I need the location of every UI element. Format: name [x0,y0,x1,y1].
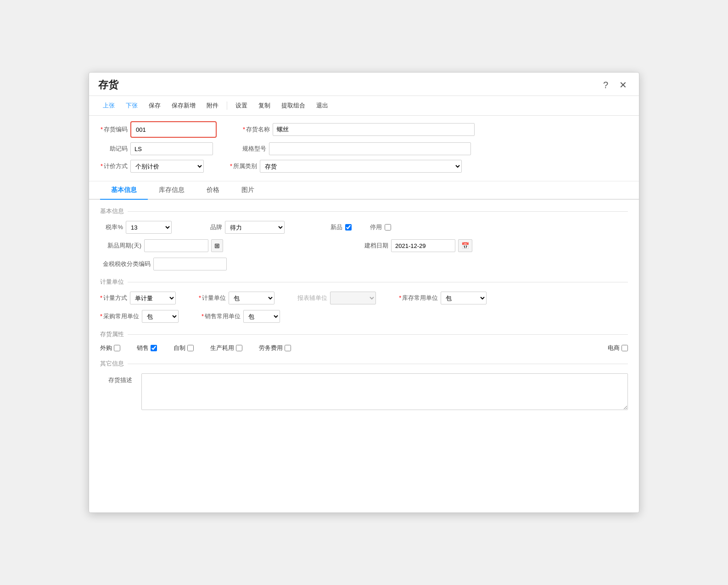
stock-unit-select[interactable]: 包 个 箱 [441,292,487,304]
purchase-unit-select[interactable]: 包 个 箱 [142,310,179,323]
close-button[interactable]: ✕ [616,79,630,91]
archive-date-input[interactable] [391,239,455,252]
purchase-unit-group: *采购常用单位 包 个 箱 [100,310,179,323]
toolbar-save-new-btn[interactable]: 保存新增 [167,100,200,112]
outside-purchase-checkbox[interactable] [114,345,120,351]
discontinued-checkbox[interactable] [385,224,391,231]
basic-info-row2: 新品周期(天) ⊞ 建档日期 📅 [100,239,628,252]
unit-row2: *采购常用单位 包 个 箱 *销售常用单位 包 个 [100,310,628,323]
report-aux-unit-group: 报表辅单位 个 箱 [297,292,376,304]
tax-rate-label: 税率% [100,223,123,231]
other-info-section-header: 其它信息 [100,360,628,368]
discontinued-group: 停用 [370,223,391,231]
sales-unit-label: *销售常用单位 [202,312,241,321]
new-period-group: 新品周期(天) ⊞ [100,239,223,252]
unit-section: 计量单位 *计量方式 单计量 多计量 *计量单位 [100,278,628,323]
discontinued-label: 停用 [370,223,382,231]
toolbar-exit-btn[interactable]: 退出 [312,100,333,112]
toolbar-save-btn[interactable]: 保存 [144,100,165,112]
basic-info-section-header: 基本信息 [100,207,628,215]
tax-code-input[interactable] [153,258,227,270]
toolbar: 上张 下张 保存 保存新增 附件 设置 复制 提取组合 退出 [89,96,639,116]
dialog-header: 存货 ? ✕ [89,73,639,96]
production-consume-group: 生产耗用 [210,344,242,352]
toolbar-next-btn[interactable]: 下张 [121,100,142,112]
memo-code-label: 助记码 [100,145,128,153]
category-group: *所属类别 存货 原材料 半成品 成品 [230,160,462,173]
tax-code-row: 金税税收分类编码 [100,258,628,270]
spec-model-input[interactable] [269,142,471,155]
brand-group: 品牌 得力 晨光 其他 [208,221,285,234]
archive-date-calendar-btn[interactable]: 📅 [458,239,472,252]
toolbar-copy-btn[interactable]: 复制 [254,100,275,112]
labor-cost-label: 劳务费用 [259,344,283,352]
memo-code-input[interactable] [130,142,213,155]
required-star-4: * [230,163,232,169]
memo-code-group: 助记码 [100,142,213,155]
tab-price[interactable]: 价格 [196,181,230,200]
archive-date-label: 建档日期 [361,242,388,250]
inventory-name-label: *存货名称 [242,125,270,134]
description-label: 存货描述 [100,376,132,384]
report-aux-unit-select[interactable]: 个 箱 [330,292,376,304]
basic-info-row1: 税率% 13 0 3 6 9 17 品牌 得力 晨光 [100,221,628,234]
new-period-calendar-btn[interactable]: ⊞ [211,239,223,252]
tax-rate-select[interactable]: 13 0 3 6 9 17 [126,221,172,234]
tab-basic[interactable]: 基本信息 [100,181,148,200]
measure-method-group: *计量方式 单计量 多计量 [100,292,176,304]
sales-checkbox[interactable] [151,345,157,351]
stock-unit-label: *库存常用单位 [399,294,438,302]
unit-row1: *计量方式 单计量 多计量 *计量单位 包 个 箱 [100,292,628,304]
self-made-label: 自制 [174,344,185,352]
pricing-method-select[interactable]: 个别计价 加权平均 先进先出 [130,160,204,173]
measure-method-label: *计量方式 [100,294,127,302]
other-info-row: 存货描述 [100,373,628,410]
measure-method-select[interactable]: 单计量 多计量 [130,292,176,304]
tab-bar: 基本信息 库存信息 价格 图片 [89,181,639,200]
pricing-method-group: *计价方式 个别计价 加权平均 先进先出 [100,160,204,173]
ecommerce-checkbox[interactable] [622,345,628,351]
toolbar-settings-btn[interactable]: 设置 [231,100,252,112]
new-period-label: 新品周期(天) [100,242,141,250]
production-consume-label: 生产耗用 [210,344,234,352]
sales-unit-group: *销售常用单位 包 个 箱 [202,310,280,323]
required-star-5: * [100,294,102,301]
dialog-title: 存货 [98,78,118,92]
description-textarea[interactable] [141,373,628,410]
main-dialog: 存货 ? ✕ 上张 下张 保存 保存新增 附件 设置 复制 提取组合 退出 *存… [89,72,639,513]
brand-select[interactable]: 得力 晨光 其他 [225,221,285,234]
labor-cost-checkbox[interactable] [285,345,291,351]
other-info-section: 其它信息 存货描述 [100,360,628,410]
sales-label: 销售 [137,344,149,352]
production-consume-checkbox[interactable] [236,345,242,351]
basic-info-section: 基本信息 税率% 13 0 3 6 9 17 品牌 [100,207,628,270]
toolbar-extract-btn[interactable]: 提取组合 [277,100,310,112]
required-star-9: * [202,313,204,320]
toolbar-attach-btn[interactable]: 附件 [202,100,223,112]
header-form-row1: *存货编码 *存货名称 [100,121,628,138]
sales-unit-select[interactable]: 包 个 箱 [243,310,280,323]
category-select[interactable]: 存货 原材料 半成品 成品 [260,160,462,173]
report-aux-unit-label: 报表辅单位 [297,294,327,302]
required-star-2: * [243,126,245,133]
inventory-name-input[interactable] [273,123,475,136]
help-button[interactable]: ? [600,79,611,91]
self-made-group: 自制 [174,344,194,352]
tax-rate-group: 税率% 13 0 3 6 9 17 [100,221,172,234]
tab-image[interactable]: 图片 [230,181,265,200]
measure-unit-select[interactable]: 包 个 箱 [229,292,274,304]
spec-model-group: 规格型号 [239,142,471,155]
self-made-checkbox[interactable] [187,345,194,351]
inventory-code-group: *存货编码 [100,121,217,138]
measure-unit-group: *计量单位 包 个 箱 [199,292,274,304]
toolbar-divider [227,101,227,110]
new-period-input[interactable] [144,239,208,252]
inventory-code-input[interactable] [132,123,215,136]
measure-unit-label: *计量单位 [199,294,226,302]
new-product-checkbox[interactable] [345,224,352,231]
toolbar-prev-btn[interactable]: 上张 [98,100,119,112]
header-icons: ? ✕ [600,79,630,91]
inventory-code-red-wrap [130,121,217,138]
tab-stock[interactable]: 库存信息 [148,181,196,200]
outside-purchase-label: 外购 [100,344,112,352]
